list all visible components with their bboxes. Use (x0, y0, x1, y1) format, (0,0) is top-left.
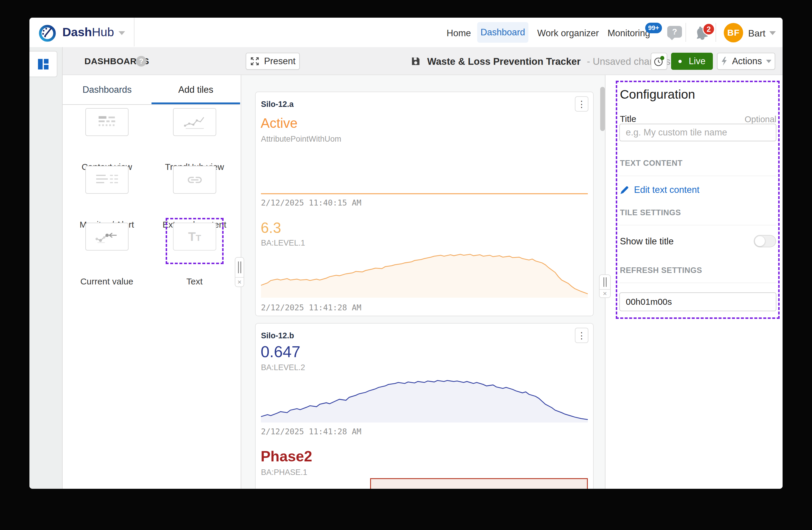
drag-grip-icon[interactable] (599, 275, 610, 289)
section-divider (619, 225, 777, 225)
config-heading: Configuration (620, 87, 695, 101)
avatar[interactable]: BF (724, 23, 743, 42)
state-attribute: AttributePointWithUom (261, 135, 341, 144)
tile-title-input[interactable] (619, 124, 777, 141)
dashhub-logo-gauge-icon (38, 24, 57, 42)
section-divider (619, 283, 777, 283)
rail-item-dashboards-active[interactable] (29, 51, 57, 77)
config-resize-handle[interactable]: × (599, 275, 611, 298)
tile-title: Silo-12.b (261, 331, 294, 340)
state-value: Active (261, 115, 298, 131)
panel-help-icon[interactable]: ? (136, 56, 146, 67)
tile-option-text-selected[interactable]: TT (173, 223, 216, 251)
top-nav-bar: DashHub Home Dashboard Work organizer Mo… (29, 18, 783, 48)
edit-text-content-label: Edit text content (634, 185, 699, 195)
level-timestamp: 2/12/2025 11:41:28 AM (261, 303, 361, 312)
logo-chevron-down-icon[interactable] (119, 31, 125, 35)
user-menu-chevron-down-icon[interactable] (769, 31, 776, 35)
sidebar-tabs: Dashboards Add tiles (63, 75, 240, 105)
logo-text-light: Hub (92, 25, 114, 39)
phase-value: Phase2 (261, 448, 312, 465)
tab-add-tiles-active[interactable]: Add tiles (151, 75, 240, 104)
edit-text-content-link[interactable]: Edit text content (620, 185, 699, 195)
dashboard-title: Waste & Loss Prevention Tracker (427, 56, 580, 67)
present-button-label: Present (264, 56, 296, 67)
level1-sparkline (261, 250, 588, 298)
live-button[interactable]: Live (671, 53, 713, 70)
drag-grip-icon[interactable] (235, 257, 244, 277)
phase-attribute: BA:PHASE.1 (261, 468, 307, 477)
canvas-scrollbar-thumb[interactable] (600, 87, 605, 131)
tile-menu-kebab-icon[interactable]: ⋮ (575, 96, 589, 112)
refresh-interval-input[interactable] (619, 292, 777, 311)
actions-button-label: Actions (732, 56, 762, 67)
level-attribute: BA:LEVEL.2 (261, 363, 305, 372)
active-tab-underline (151, 102, 240, 104)
live-dot-icon (679, 60, 682, 63)
nav-item-monitoring[interactable]: Monitoring 99+ (608, 28, 650, 39)
phase-state-block (370, 478, 588, 489)
text-content-section-header: TEXT CONTENT (620, 159, 683, 168)
tile-option-label: Current value (72, 277, 142, 287)
level2-sparkline (261, 373, 588, 422)
nav-divider (715, 23, 716, 42)
nav-divider (134, 18, 134, 46)
nav-item-dashboard-active[interactable]: Dashboard (477, 22, 528, 43)
tile-option-trendhub-view[interactable] (173, 108, 216, 136)
tile-menu-kebab-icon[interactable]: ⋮ (575, 328, 589, 343)
actions-chevron-down-icon (766, 60, 771, 63)
nav-item-home[interactable]: Home (447, 28, 471, 39)
sidebar-collapse-close-icon[interactable]: × (235, 277, 244, 287)
dashboard-layout-icon (38, 58, 49, 70)
pencil-icon (620, 185, 629, 195)
tile-option-monitor-alert[interactable] (85, 166, 129, 194)
dashboard-title-row: Waste & Loss Prevention Tracker - Unsave… (427, 56, 670, 67)
notification-count-badge: 2 (702, 23, 715, 35)
tile-option-current-value[interactable] (85, 223, 129, 251)
level-value: 0.647 (261, 343, 300, 361)
tile-title: Silo-12.a (261, 100, 294, 109)
monitoring-count-badge: 99+ (645, 23, 662, 33)
time-range-button[interactable] (651, 53, 667, 70)
nav-divider (685, 23, 686, 42)
help-bubble: ? (667, 26, 682, 38)
notifications-bell-icon[interactable]: 2 (693, 25, 715, 43)
monitor-list-icon (95, 174, 119, 186)
section-divider (619, 176, 777, 176)
lightning-bolt-icon (721, 57, 728, 66)
tile-option-label: Text (159, 277, 230, 287)
tab-dashboards[interactable]: Dashboards (63, 75, 151, 104)
text-icon: TT (188, 231, 201, 243)
help-icon[interactable]: ? (667, 26, 682, 39)
sidebar-resize-handle[interactable]: × (235, 257, 244, 287)
expand-icon (250, 57, 260, 66)
logo-text-bold: Dash (62, 25, 92, 39)
live-button-label: Live (689, 56, 706, 67)
save-icon[interactable] (410, 56, 421, 67)
link-icon (185, 174, 205, 186)
state-timestamp: 2/12/2025 11:40:15 AM (261, 198, 361, 207)
show-tile-title-toggle[interactable] (754, 235, 776, 247)
clock-icon (653, 55, 665, 67)
app-window: DashHub Home Dashboard Work organizer Mo… (29, 18, 783, 489)
user-name[interactable]: Bart (748, 28, 766, 39)
toggle-knob (755, 236, 765, 246)
tile-option-context-view[interactable] (85, 108, 129, 136)
title-field-label: Title (620, 114, 636, 124)
level-value: 6.3 (261, 219, 281, 236)
app-logo-text: DashHub (62, 25, 114, 39)
dashboard-tile-silo-12a[interactable]: Silo-12.a ⋮ Active AttributePointWithUom… (255, 92, 594, 316)
nav-item-monitoring-label: Monitoring (608, 28, 650, 38)
active-state-sparkline (261, 192, 588, 195)
config-collapse-close-icon[interactable]: × (599, 289, 610, 297)
actions-button[interactable]: Actions (717, 53, 775, 70)
left-rail (29, 47, 63, 489)
context-view-icon (95, 115, 119, 129)
nav-item-work-organizer[interactable]: Work organizer (537, 28, 599, 39)
dashboard-canvas: Silo-12.a ⋮ Active AttributePointWithUom… (241, 75, 606, 489)
tile-option-external-content[interactable] (173, 166, 216, 194)
present-button[interactable]: Present (246, 53, 300, 70)
dashboard-tile-silo-12b[interactable]: Silo-12.b ⋮ 0.647 BA:LEVEL.2 2/12/2025 1… (255, 323, 594, 489)
level-timestamp: 2/12/2025 11:41:28 AM (261, 427, 361, 436)
tile-settings-section-header: TILE SETTINGS (620, 208, 681, 217)
